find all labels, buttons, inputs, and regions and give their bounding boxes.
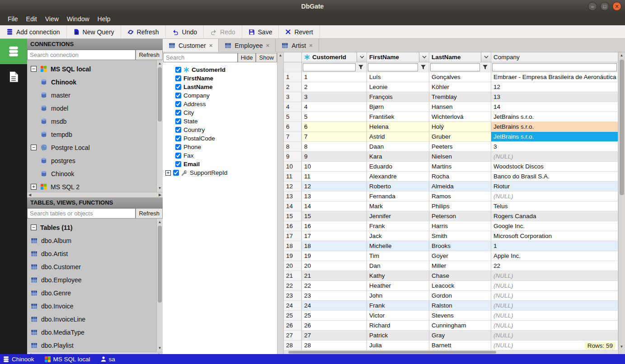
column-item-state[interactable]: State <box>165 117 277 126</box>
column-dropdown-button[interactable] <box>357 52 367 62</box>
data-cell[interactable]: Frank <box>367 301 429 311</box>
data-cell[interactable]: Embraer - Empresa Brasileira de Aeronáut… <box>491 72 618 82</box>
data-cell[interactable]: Peeters <box>429 142 491 152</box>
data-cell[interactable]: Stevens <box>429 311 491 321</box>
data-cell[interactable]: Michelle <box>367 241 429 251</box>
connection-item-master[interactable]: master <box>27 89 156 102</box>
tables-search-input[interactable] <box>27 208 136 219</box>
column-checkbox[interactable] <box>175 118 181 124</box>
row-number-cell[interactable]: 4 <box>284 102 302 112</box>
tables-group[interactable]: −Tables (11) <box>27 221 156 234</box>
row-number-cell[interactable]: 27 <box>284 331 302 341</box>
connection-search-input[interactable] <box>27 50 136 60</box>
data-cell[interactable]: (NULL) <box>491 152 618 162</box>
table-item-dbo.playlist[interactable]: dbo.Playlist <box>27 339 156 352</box>
data-cell[interactable]: Eduardo <box>367 162 429 172</box>
data-cell[interactable]: Daan <box>367 142 429 152</box>
data-cell[interactable]: 6 <box>302 122 367 132</box>
data-cell[interactable]: Barnett <box>429 341 491 350</box>
data-cell[interactable]: Peterson <box>429 211 491 221</box>
column-checkbox[interactable] <box>175 144 181 150</box>
expand-icon[interactable]: + <box>31 184 37 190</box>
data-cell[interactable]: (NULL) <box>491 301 618 311</box>
data-cell[interactable]: Rogers Canada <box>491 211 618 221</box>
expand-icon[interactable]: + <box>165 170 171 176</box>
data-cell[interactable]: 3 <box>491 142 618 152</box>
row-number-cell[interactable]: 5 <box>284 112 302 122</box>
data-cell[interactable]: 10 <box>302 162 367 172</box>
column-item-customerid[interactable]: CustomerId <box>165 65 277 74</box>
data-cell[interactable]: Leonie <box>367 82 429 92</box>
row-number-cell[interactable]: 11 <box>284 172 302 182</box>
data-cell[interactable]: 16 <box>302 221 367 231</box>
row-number-cell[interactable]: 24 <box>284 301 302 311</box>
data-cell[interactable]: 7 <box>302 132 367 142</box>
data-cell[interactable]: 19 <box>302 251 367 261</box>
data-cell[interactable]: Google Inc. <box>491 221 618 231</box>
menu-window[interactable]: Window <box>63 14 94 24</box>
column-item-address[interactable]: Address <box>165 100 277 108</box>
row-number-cell[interactable]: 9 <box>284 152 302 162</box>
filter-input-firstname[interactable] <box>368 63 418 71</box>
table-item-dbo.invoiceline[interactable]: dbo.InvoiceLine <box>27 313 156 326</box>
data-cell[interactable]: 25 <box>302 311 367 321</box>
data-cell[interactable]: František <box>367 112 429 122</box>
data-cell[interactable]: 13 <box>491 92 618 102</box>
grid-vscrollbar[interactable]: ▲ ▼ <box>618 52 625 354</box>
row-number-cell[interactable]: 14 <box>284 201 302 211</box>
column-dropdown-button[interactable] <box>481 52 491 62</box>
save-button[interactable]: Save <box>242 25 279 38</box>
undo-button[interactable]: Undo <box>166 25 204 38</box>
rail-files-item[interactable] <box>0 64 27 89</box>
data-cell[interactable]: Julia <box>367 341 429 350</box>
table-item-dbo.artist[interactable]: dbo.Artist <box>27 247 156 260</box>
menu-edit[interactable]: Edit <box>22 14 41 24</box>
data-cell[interactable]: Goyer <box>429 251 491 261</box>
data-cell[interactable]: 14 <box>302 201 367 211</box>
column-header-customerid[interactable]: CustomerId <box>302 52 367 62</box>
data-cell[interactable]: 20 <box>302 261 367 271</box>
column-manager-scrollbar[interactable]: ▲ <box>277 52 284 354</box>
data-cell[interactable]: Rocha <box>429 172 491 182</box>
column-item-fax[interactable]: Fax <box>165 151 277 160</box>
connections-vscrollbar[interactable]: ▲ ▼ <box>156 60 163 192</box>
collapse-icon[interactable]: − <box>31 224 37 230</box>
data-cell[interactable]: Luís <box>367 72 429 82</box>
data-cell[interactable]: Gonçalves <box>429 72 491 82</box>
column-checkbox[interactable] <box>175 161 181 167</box>
column-checkbox[interactable] <box>175 135 181 141</box>
row-number-cell[interactable]: 15 <box>284 211 302 221</box>
scroll-up-icon[interactable]: ▲ <box>277 53 283 57</box>
data-cell[interactable]: JetBrains s.r.o. <box>491 112 618 122</box>
data-cell[interactable]: Martins <box>429 162 491 172</box>
data-cell[interactable]: Apple Inc. <box>491 251 618 261</box>
data-cell[interactable]: Jennifer <box>367 211 429 221</box>
data-cell[interactable]: Almeida <box>429 182 491 191</box>
tab-close-icon[interactable]: × <box>309 42 313 49</box>
menu-file[interactable]: File <box>4 14 22 24</box>
column-header-lastname[interactable]: LastName <box>429 52 491 62</box>
data-cell[interactable]: Helena <box>367 122 429 132</box>
data-cell[interactable]: Kara <box>367 152 429 162</box>
connection-item-postgres[interactable]: postgres <box>27 154 156 167</box>
data-cell[interactable]: 24 <box>302 301 367 311</box>
data-cell[interactable]: Köhler <box>429 82 491 92</box>
data-cell[interactable]: John <box>367 291 429 301</box>
tab-close-icon[interactable]: × <box>209 42 213 49</box>
tab-customer[interactable]: Customer× <box>163 39 219 52</box>
row-number-cell[interactable]: 6 <box>284 122 302 132</box>
data-cell[interactable]: 8 <box>302 142 367 152</box>
data-cell[interactable]: 13 <box>302 191 367 201</box>
column-checkbox[interactable] <box>175 93 181 98</box>
column-item-email[interactable]: Email <box>165 160 277 168</box>
collapse-icon[interactable]: − <box>31 145 37 150</box>
data-cell[interactable]: (NULL) <box>491 281 618 291</box>
data-cell[interactable]: 14 <box>491 102 618 112</box>
data-cell[interactable]: Wichterlová <box>429 112 491 122</box>
column-item-phone[interactable]: Phone <box>165 143 277 151</box>
data-cell[interactable]: Banco do Brasil S.A. <box>491 172 618 182</box>
row-number-cell[interactable]: 1 <box>284 72 302 82</box>
refresh-button[interactable]: Refresh <box>121 25 166 38</box>
data-cell[interactable]: JetBrains s.r.o. <box>491 122 618 132</box>
data-cell[interactable]: 3 <box>302 92 367 102</box>
